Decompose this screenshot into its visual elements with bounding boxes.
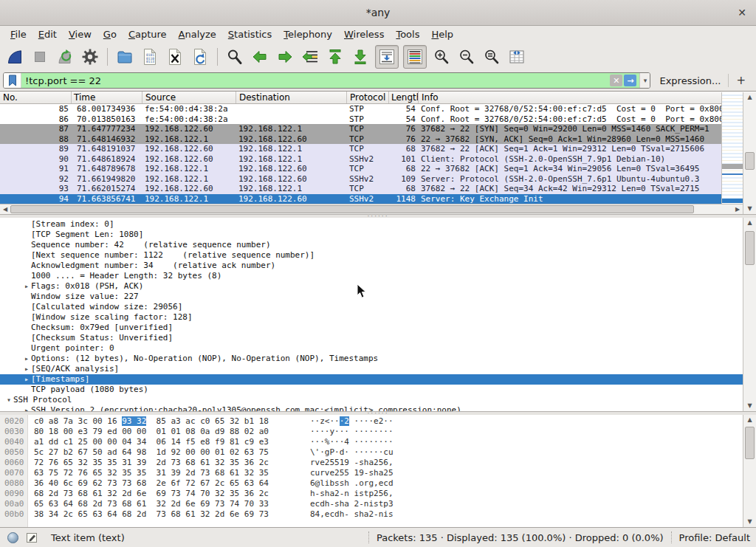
expander-icon[interactable]: ▸ [22, 364, 31, 374]
packet-row[interactable]: 8670.013850163fe:54:00:d4:38:2aSTP54Conf… [0, 114, 721, 125]
packet-row[interactable]: 8871.648146932192.168.122.1192.168.122.6… [0, 134, 721, 145]
zoom-original-button[interactable] [481, 46, 502, 68]
expander-icon[interactable]: ▸ [22, 281, 31, 292]
detail-line[interactable]: [Next sequence number: 1122 (relative se… [0, 250, 743, 261]
detail-line[interactable]: [Stream index: 0] [0, 219, 743, 230]
detail-line[interactable]: [Checksum Status: Unverified] [0, 333, 743, 343]
detail-line[interactable]: ▸Flags: 0x018 (PSH, ACK) [0, 281, 743, 292]
intelligent-scrollbar-minimap[interactable] [721, 92, 743, 204]
hex-row[interactable]: 00b038 34 2c 65 63 64 68 2d 73 68 61 32 … [0, 509, 743, 520]
detail-line[interactable]: Urgent pointer: 0 [0, 343, 743, 354]
detail-line[interactable]: [Calculated window size: 29056] [0, 302, 743, 312]
restart-capture-button[interactable] [55, 46, 75, 68]
expander-icon[interactable]: ▾ [4, 395, 13, 405]
hex-row[interactable]: 00505c 27 b2 67 50 ad 64 98 1d 92 00 00 … [0, 447, 743, 458]
menu-telephony[interactable]: Telephony [278, 27, 338, 42]
find-packet-button[interactable] [224, 46, 245, 68]
scrollbar-thumb[interactable] [745, 152, 755, 170]
packet-row[interactable]: 8971.648191037192.168.122.60192.168.122.… [0, 144, 721, 154]
packet-row[interactable]: 8568.001734936fe:54:00:d4:38:2aSTP54Conf… [0, 104, 721, 114]
display-filter-input[interactable]: !tcp.port == 22 [21, 73, 610, 88]
scroll-right-arrow[interactable]: ▶ [732, 204, 743, 214]
packet-row[interactable]: 9471.663856741192.168.122.1192.168.122.6… [0, 194, 721, 204]
scroll-down-arrow[interactable]: ▼ [743, 401, 756, 411]
detail-line[interactable]: 1000 .... = Header Length: 32 bytes (8) [0, 271, 743, 281]
capture-options-button[interactable] [80, 46, 100, 68]
scrollbar-thumb[interactable] [745, 231, 755, 265]
profile-status[interactable]: Profile: Default [679, 532, 756, 543]
filter-apply-button[interactable]: → [624, 75, 636, 86]
packet-row[interactable]: 9071.648618924192.168.122.60192.168.122.… [0, 154, 721, 165]
scrollbar-thumb[interactable] [10, 205, 694, 213]
go-to-packet-button[interactable] [300, 46, 320, 68]
column-header-length[interactable]: Length [389, 92, 419, 103]
reload-file-button[interactable] [190, 46, 210, 68]
hex-row[interactable]: 003080 18 00 e3 79 ed 00 00 01 01 08 0a … [0, 427, 743, 437]
column-header-destination[interactable]: Destination [236, 92, 347, 103]
packet-row[interactable]: 8771.647777234192.168.122.60192.168.122.… [0, 124, 721, 134]
scroll-up-arrow[interactable]: ▲ [743, 92, 756, 103]
details-vscrollbar[interactable]: ▲ ▼ [743, 218, 756, 411]
scroll-down-arrow[interactable]: ▼ [743, 517, 756, 527]
display-filter-field[interactable]: !tcp.port == 22 ✕ → ▾ [3, 72, 650, 89]
column-header-protocol[interactable]: Protocol [347, 92, 389, 103]
scroll-down-arrow[interactable]: ▼ [743, 204, 756, 214]
hex-row[interactable]: 008036 40 6c 69 62 73 73 68 2e 6f 72 67 … [0, 478, 743, 489]
expression-button[interactable]: Expression... [650, 75, 728, 86]
close-file-button[interactable] [165, 46, 185, 68]
menu-go[interactable]: Go [97, 27, 123, 42]
column-header-no[interactable]: No. [0, 92, 72, 103]
menu-capture[interactable]: Capture [123, 27, 173, 42]
filter-bookmark-button[interactable] [4, 73, 21, 88]
column-header-info[interactable]: Info [419, 92, 721, 103]
zoom-in-button[interactable] [431, 46, 452, 68]
detail-line[interactable]: [TCP Segment Len: 1080] [0, 230, 743, 240]
detail-line[interactable]: ▸Options: (12 bytes), No-Operation (NOP)… [0, 354, 743, 364]
detail-line[interactable]: TCP payload (1080 bytes) [0, 385, 743, 395]
menu-analyze[interactable]: Analyze [173, 27, 222, 42]
detail-line[interactable]: Window size value: 227 [0, 292, 743, 302]
menu-wireless[interactable]: Wireless [338, 27, 390, 42]
column-header-source[interactable]: Source [142, 92, 236, 103]
packet-list-vscrollbar[interactable]: ▲ ▼ [743, 92, 756, 214]
bytes-vscrollbar[interactable]: ▲ ▼ [743, 415, 756, 527]
menu-edit[interactable]: Edit [32, 27, 63, 42]
scrollbar-thumb[interactable] [745, 427, 755, 459]
menu-help[interactable]: Help [425, 27, 459, 42]
detail-line[interactable]: Acknowledgment number: 34 (relative ack … [0, 261, 743, 271]
hex-row[interactable]: 007063 75 72 76 65 32 35 35 31 39 2d 73 … [0, 468, 743, 478]
expander-icon[interactable]: ▸ [22, 374, 31, 385]
next-packet-button[interactable] [275, 46, 295, 68]
auto-scroll-button[interactable] [375, 45, 399, 69]
packet-row[interactable]: 9171.648789678192.168.122.1192.168.122.6… [0, 164, 721, 174]
scroll-up-arrow[interactable]: ▲ [743, 218, 756, 228]
start-capture-button[interactable] [4, 46, 25, 68]
packet-row[interactable]: 9371.662015274192.168.122.60192.168.122.… [0, 184, 721, 194]
filter-history-dropdown[interactable]: ▾ [639, 72, 650, 89]
expander-icon[interactable]: ▸ [22, 354, 31, 364]
detail-line[interactable]: [Window size scaling factor: 128] [0, 312, 743, 323]
colorize-button[interactable] [403, 45, 427, 69]
hex-row[interactable]: 009068 2d 73 68 61 32 2d 6e 69 73 74 70 … [0, 489, 743, 499]
detail-line[interactable]: ▸[SEQ/ACK analysis] [0, 364, 743, 374]
expander-icon[interactable]: ▸ [22, 405, 31, 411]
detail-line[interactable]: Sequence number: 42 (relative sequence n… [0, 240, 743, 250]
menu-view[interactable]: View [63, 27, 97, 42]
filter-clear-button[interactable]: ✕ [610, 75, 622, 86]
stop-capture-button[interactable] [30, 46, 50, 68]
zoom-out-button[interactable] [456, 46, 477, 68]
hex-row[interactable]: 006072 76 65 32 35 35 31 39 2d 73 68 61 … [0, 458, 743, 468]
menu-tools[interactable]: Tools [390, 27, 425, 42]
hex-row[interactable]: 0040a1 dd c1 25 00 00 04 34 06 14 f5 e8 … [0, 437, 743, 447]
close-button[interactable]: ✕ [735, 6, 749, 19]
add-filter-button[interactable]: + [728, 74, 752, 87]
hex-row[interactable]: 00a065 63 64 68 2d 73 68 61 32 2d 6e 69 … [0, 499, 743, 509]
scroll-up-arrow[interactable]: ▲ [743, 415, 756, 425]
detail-line[interactable]: ▸[Timestamps] [0, 374, 743, 385]
detail-line[interactable]: ▾SSH Protocol [0, 395, 743, 405]
first-packet-button[interactable] [325, 46, 346, 68]
save-file-button[interactable]: 010101100113 [140, 46, 160, 68]
resize-columns-button[interactable] [506, 46, 527, 68]
expert-info-icon[interactable] [7, 532, 18, 543]
menu-file[interactable]: File [4, 27, 32, 42]
